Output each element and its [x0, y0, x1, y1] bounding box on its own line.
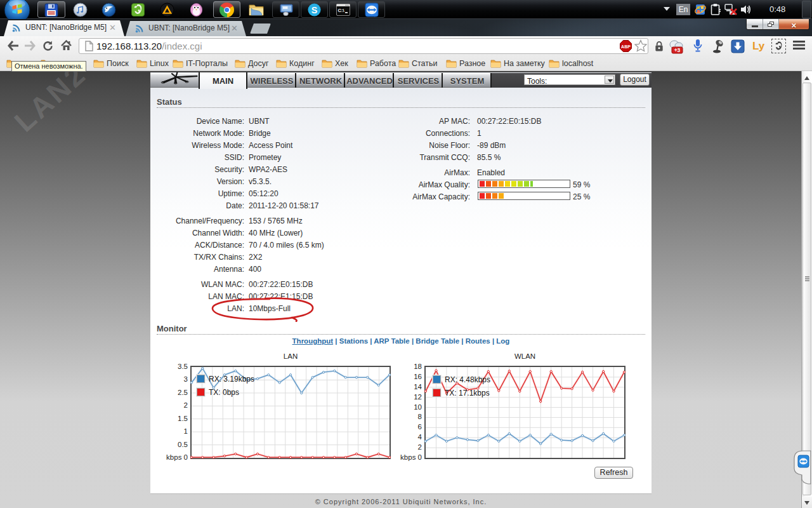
svg-text:+3: +3	[674, 47, 681, 53]
svg-text:S: S	[311, 5, 318, 15]
svg-text:C:\: C:\	[338, 8, 345, 13]
svg-text:ABP: ABP	[621, 44, 631, 49]
